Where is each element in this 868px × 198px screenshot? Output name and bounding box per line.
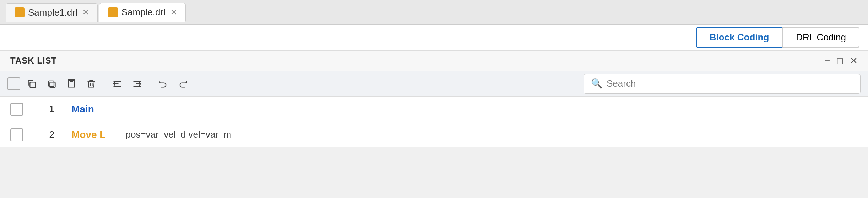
tab2-close[interactable]: ✕ (170, 8, 177, 17)
row-1-number: 1 (40, 104, 54, 115)
maximize-button[interactable]: □ (837, 56, 843, 65)
copy-button[interactable] (23, 75, 40, 92)
row-1-name: Main (71, 104, 94, 115)
svg-rect-2 (50, 82, 55, 87)
panel-title: TASK LIST (10, 56, 57, 66)
toolbar-separator-2 (150, 77, 150, 90)
task-list-panel: TASK LIST − □ ✕ (0, 50, 868, 148)
copy2-button[interactable] (43, 75, 60, 92)
tab2-label: Sample.drl (121, 7, 166, 18)
row-2-checkbox[interactable] (10, 128, 23, 141)
row-1-checkbox[interactable] (10, 103, 23, 116)
tab1-close[interactable]: ✕ (82, 8, 89, 17)
svg-rect-0 (30, 82, 35, 87)
row-2-name: Move L (71, 129, 105, 141)
panel-window-controls: − □ ✕ (825, 56, 858, 65)
tab-sample[interactable]: Sample.drl ✕ (99, 3, 186, 22)
row-2-number: 2 (40, 129, 54, 140)
indent-left-button[interactable] (109, 75, 126, 92)
header-row: Block Coding DRL Coding (0, 25, 868, 50)
close-button[interactable]: ✕ (850, 56, 858, 65)
drl-coding-button[interactable]: DRL Coding (782, 27, 859, 48)
search-container: 🔍 (584, 74, 861, 94)
file-icon-tab2 (108, 7, 118, 17)
redo-button[interactable] (174, 75, 191, 92)
table-row: 2 Move L pos=var_vel_d vel=var_m (0, 122, 868, 148)
minimize-button[interactable]: − (825, 56, 830, 65)
tab-sample1[interactable]: Sample1.drl ✕ (6, 3, 98, 22)
select-all-checkbox[interactable] (7, 77, 20, 90)
file-icon-tab1 (15, 7, 25, 17)
delete-button[interactable] (83, 75, 100, 92)
undo-button[interactable] (154, 75, 172, 92)
paste-button[interactable] (63, 75, 80, 92)
tab-bar: Sample1.drl ✕ Sample.drl ✕ (0, 0, 868, 25)
toolbar-separator-1 (104, 77, 104, 90)
search-input[interactable] (607, 78, 853, 89)
block-coding-button[interactable]: Block Coding (696, 27, 783, 48)
tab1-label: Sample1.drl (28, 7, 77, 18)
task-list: 1 Main 2 Move L pos=var_vel_d vel=var_m (0, 97, 868, 148)
search-icon: 🔍 (591, 78, 602, 89)
row-2-params: pos=var_vel_d vel=var_m (125, 129, 231, 140)
indent-right-button[interactable] (129, 75, 146, 92)
svg-rect-1 (49, 81, 54, 86)
toolbar: 🔍 (0, 71, 868, 97)
panel-title-bar: TASK LIST − □ ✕ (0, 51, 868, 71)
table-row: 1 Main (0, 97, 868, 122)
